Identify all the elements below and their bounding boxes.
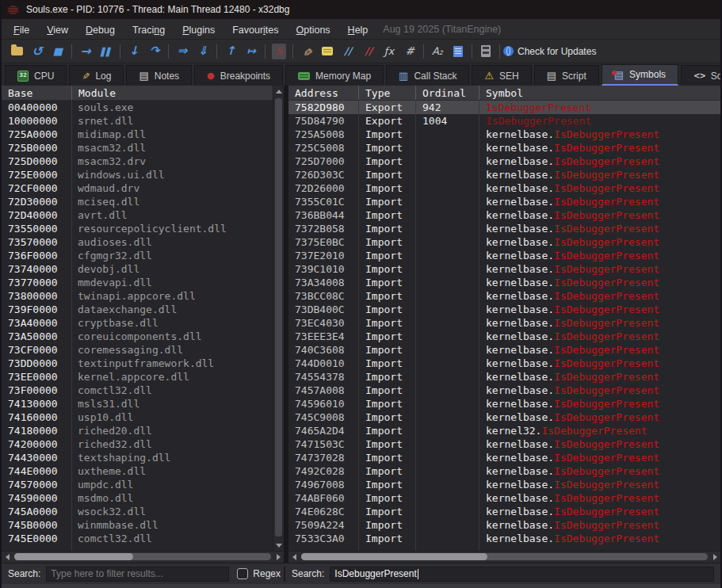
module-row[interactable]: 72D40000avrt.dll [2, 208, 273, 222]
execute-till-return-button[interactable] [220, 42, 241, 61]
labels-button[interactable] [338, 42, 358, 61]
scroll-left-button[interactable] [288, 552, 300, 563]
tab-symbols[interactable]: Symbols [602, 64, 678, 86]
step-over-button[interactable] [144, 42, 165, 61]
functions-button[interactable] [379, 42, 399, 61]
symbol-row[interactable]: 72D26000Importkernelbase.IsDebuggerPrese… [288, 181, 720, 195]
symbols-horizontal-scrollbar[interactable] [288, 551, 720, 563]
tab-cpu[interactable]: CPU [5, 65, 67, 86]
symbol-row[interactable] [288, 545, 720, 551]
symbol-row[interactable]: 7457A008Importkernelbase.IsDebuggerPrese… [288, 384, 720, 397]
symbol-row[interactable]: 740C3608Importkernelbase.IsDebuggerPrese… [288, 343, 720, 357]
menu-item-options[interactable]: Options [288, 21, 339, 39]
module-row[interactable]: 725D0000msacm32.drv [2, 155, 273, 168]
symbol-row[interactable]: 7492C028Importkernelbase.IsDebuggerPrese… [288, 464, 720, 478]
symbol-row[interactable]: 745C9008Importkernelbase.IsDebuggerPrese… [288, 410, 720, 424]
patches-button[interactable] [296, 42, 317, 61]
tab-log[interactable]: Log [69, 65, 124, 86]
modules-horizontal-scrollbar[interactable] [2, 551, 284, 563]
module-row[interactable]: 73DD0000textinputframework.dll [2, 357, 273, 370]
module-row[interactable]: 73A50000coreuicomponents.dll [2, 330, 273, 343]
module-row[interactable]: 74130000msls31.dll [2, 397, 273, 410]
regex-checkbox[interactable] [237, 568, 248, 579]
column-header-base[interactable]: Base [2, 86, 71, 100]
module-row[interactable]: 72D30000mciseq.dll [2, 195, 273, 208]
breakpoints-stripes-button[interactable] [358, 42, 379, 61]
symbol-row[interactable]: 75D84790Export1004IsDebuggerPresent [288, 114, 720, 128]
symbol-row[interactable]: 725A5008Importkernelbase.IsDebuggerPrese… [288, 128, 720, 141]
module-row[interactable]: 74180000riched20.dll [2, 424, 273, 437]
module-row[interactable]: 72CF0000wdmaud.drv [2, 181, 273, 195]
step-into-button[interactable] [124, 42, 144, 61]
symbol-row[interactable]: 7465A2D4Importkernel32.IsDebuggerPresent [288, 424, 720, 437]
modules-filter-input[interactable] [46, 567, 229, 582]
symbol-row[interactable]: 73DB400CImportkernelbase.IsDebuggerPrese… [288, 303, 720, 316]
symbol-row[interactable]: 7582D980Export942IsDebuggerPresent [288, 101, 720, 114]
menu-item-plugins[interactable]: Plugins [174, 21, 223, 39]
module-row[interactable]: 745A0000wsock32.dll [2, 505, 273, 518]
open-file-button[interactable] [6, 42, 27, 61]
symbol-row[interactable]: 74E0628CImportkernelbase.IsDebuggerPrese… [288, 505, 720, 518]
scrollbar-thumb[interactable] [14, 553, 133, 560]
column-header-type[interactable]: Type [358, 86, 415, 100]
scyllahide-plugin-button[interactable] [269, 42, 289, 61]
run-to-user-code-button[interactable] [172, 42, 193, 61]
symbol-row[interactable]: 73EC4030Importkernelbase.IsDebuggerPrese… [288, 316, 720, 330]
tab-call-stack[interactable]: Call Stack [386, 65, 469, 86]
tab-seh[interactable]: SEH [472, 65, 531, 86]
module-row[interactable]: 73770000mmdevapi.dll [2, 276, 273, 289]
module-row[interactable]: 73800000twinapi.appcore.dll [2, 289, 273, 303]
run-button[interactable] [75, 42, 96, 61]
symbol-row[interactable]: 74554378Importkernelbase.IsDebuggerPrese… [288, 370, 720, 384]
tab-source[interactable]: Source [681, 65, 722, 86]
modules-vertical-scrollbar[interactable] [273, 86, 284, 551]
symbol-row[interactable]: 739C1010Importkernelbase.IsDebuggerPrese… [288, 262, 720, 276]
symbol-row[interactable]: 7471503CImportkernelbase.IsDebuggerPrese… [288, 437, 720, 451]
symbol-row[interactable]: 737E2010Importkernelbase.IsDebuggerPrese… [288, 249, 720, 262]
scrollbar-thumb[interactable] [301, 553, 487, 560]
menu-item-tracing[interactable]: Tracing [124, 21, 174, 39]
tab-memory-map[interactable]: Memory Map [285, 65, 384, 86]
module-row[interactable]: 73A40000cryptbase.dll [2, 316, 273, 330]
module-row[interactable]: 739F0000dataexchange.dll [2, 303, 273, 316]
scroll-right-button[interactable] [709, 552, 720, 563]
module-row[interactable]: 74200000riched32.dll [2, 437, 273, 451]
module-row[interactable]: 73550000resourcepolicyclient.dll [2, 222, 273, 235]
module-row[interactable]: 74570000umpdc.dll [2, 478, 273, 491]
symbol-row[interactable]: 726D303CImportkernelbase.IsDebuggerPrese… [288, 168, 720, 181]
module-row[interactable]: 73F00000comctl32.dll [2, 384, 273, 397]
scroll-left-button[interactable] [2, 552, 13, 563]
symbol-row[interactable]: 73A34008Importkernelbase.IsDebuggerPrese… [288, 276, 720, 289]
symbol-row[interactable]: 7355C01CImportkernelbase.IsDebuggerPrese… [288, 195, 720, 208]
menu-item-file[interactable]: File [5, 21, 38, 39]
comments-button[interactable] [317, 42, 338, 61]
scroll-right-button[interactable] [273, 552, 284, 563]
column-header-module[interactable]: Module [71, 86, 273, 100]
symbol-row[interactable]: 7372B058Importkernelbase.IsDebuggerPrese… [288, 222, 720, 235]
symbol-row[interactable]: 74596010Importkernelbase.IsDebuggerPrese… [288, 397, 720, 410]
step-out-button[interactable] [193, 42, 213, 61]
symbols-search-input[interactable]: IsDebuggerPresent [330, 567, 714, 582]
symbol-row[interactable]: 73BCC08CImportkernelbase.IsDebuggerPrese… [288, 289, 720, 303]
pause-button[interactable] [96, 42, 117, 61]
module-row[interactable]: 74590000msdmo.dll [2, 491, 273, 505]
symbol-row[interactable]: 744D0010Importkernelbase.IsDebuggerPrese… [288, 357, 720, 370]
menu-item-view[interactable]: View [38, 21, 77, 39]
column-header-address[interactable]: Address [288, 86, 358, 100]
symbol-row[interactable]: 7533C3A0Importkernelbase.IsDebuggerPrese… [288, 532, 720, 545]
hash-button[interactable] [399, 42, 420, 61]
module-row[interactable]: 736F0000cfgmgr32.dll [2, 249, 273, 262]
module-row[interactable]: 744E0000uxtheme.dll [2, 464, 273, 478]
module-row[interactable]: 74430000textshaping.dll [2, 451, 273, 464]
column-header-ordinal[interactable]: Ordinal [415, 86, 479, 100]
scroll-up-button[interactable] [273, 86, 284, 97]
tab-notes[interactable]: Notes [126, 65, 192, 86]
module-row[interactable]: 73CF0000coremessaging.dll [2, 343, 273, 357]
module-row[interactable]: 10000000srnet.dll [2, 114, 273, 128]
module-row[interactable]: 73570000audioses.dll [2, 235, 273, 249]
module-row[interactable]: 745B0000winmmbase.dll [2, 518, 273, 532]
column-header-symbol[interactable]: Symbol [479, 86, 720, 100]
calculator-button[interactable] [476, 42, 496, 61]
tab-script[interactable]: Script [534, 65, 599, 86]
strings-button[interactable] [427, 42, 448, 61]
